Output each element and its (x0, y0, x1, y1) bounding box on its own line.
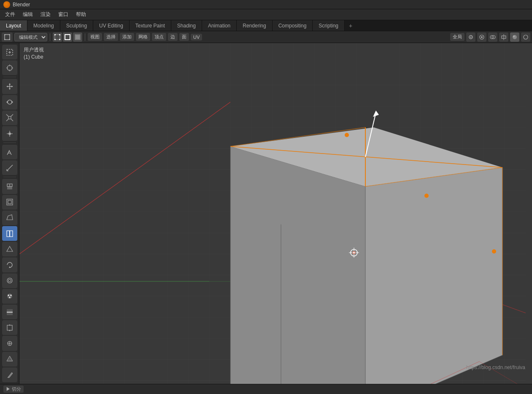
svg-point-8 (54, 39, 56, 40)
svg-marker-124 (230, 146, 365, 384)
tab-shading[interactable]: Shading (171, 20, 202, 31)
transform-tool[interactable] (2, 126, 17, 141)
svg-point-66 (8, 295, 9, 296)
svg-marker-39 (6, 101, 8, 103)
svg-point-1 (4, 34, 5, 35)
tab-scripting[interactable]: Scripting (313, 20, 345, 31)
extrude-tool[interactable] (2, 179, 17, 194)
scale-tool[interactable] (2, 111, 17, 125)
svg-point-22 (513, 35, 515, 37)
menu-window[interactable]: 窗口 (55, 10, 72, 19)
blender-logo-icon (3, 1, 10, 8)
menu-edit[interactable]: 编辑 (19, 10, 36, 19)
menu-file[interactable]: 文件 (2, 10, 19, 19)
view-menu[interactable]: 视图 (88, 33, 102, 41)
tool-separator-3 (3, 177, 16, 177)
svg-point-7 (59, 34, 60, 35)
svg-rect-54 (7, 186, 12, 189)
svg-marker-37 (11, 86, 13, 87)
add-workspace-button[interactable]: + (345, 20, 356, 31)
face-mode-btn[interactable] (73, 32, 82, 42)
cursor-tool[interactable] (2, 60, 17, 75)
uv-menu[interactable]: UV (191, 34, 202, 40)
svg-point-45 (8, 132, 11, 135)
svg-rect-0 (5, 35, 10, 40)
camera-label: 用户透视 (24, 46, 44, 54)
rip-tool[interactable] (2, 352, 17, 367)
poly-build-tool[interactable] (2, 242, 17, 256)
bevel-tool[interactable] (2, 210, 17, 225)
select-menu[interactable]: 选择 (104, 33, 118, 41)
tab-animation[interactable]: Animation (202, 20, 237, 31)
tab-compositing[interactable]: Compositing (273, 20, 313, 31)
svg-line-41 (6, 114, 8, 116)
window-title: Blender (13, 2, 30, 8)
viewport-3d[interactable]: 用户透视 (1) Cube https://blog.csdn.net/frui… (19, 43, 532, 384)
global-select[interactable]: 全局 (450, 33, 464, 41)
svg-rect-40 (8, 116, 11, 119)
randomize-tool[interactable] (2, 289, 17, 304)
menu-help[interactable]: 帮助 (73, 10, 89, 19)
move-tool[interactable] (2, 79, 17, 94)
svg-marker-35 (9, 88, 11, 90)
edge-mode-btn[interactable] (63, 32, 72, 42)
viewport-camera-info: 用户透视 (1) Cube (24, 46, 44, 61)
tab-layout[interactable]: Layout (0, 20, 27, 31)
tab-texture-paint[interactable]: Texture Paint (130, 20, 171, 31)
svg-point-9 (59, 39, 60, 40)
edge-slide-tool[interactable] (2, 305, 17, 319)
svg-line-44 (11, 119, 13, 121)
mesh-menu[interactable]: 网格 (136, 33, 150, 41)
svg-point-14 (470, 36, 472, 38)
move-tool-3[interactable] (2, 336, 17, 351)
tool-separator-2 (3, 143, 16, 143)
svg-point-131 (345, 133, 349, 137)
shrink-fatten-tool[interactable] (2, 320, 17, 335)
separator-2 (85, 33, 85, 41)
cut-mode-button[interactable]: ▶ 切分 (3, 386, 24, 393)
knife-tool[interactable] (2, 367, 17, 382)
toolbar-3d: 编辑模式 视图 选择 添加 网格 顶点 边 面 UV 全局 (0, 31, 532, 43)
select-box-tool[interactable] (2, 45, 17, 59)
annotate-tool[interactable] (2, 145, 17, 159)
vertex-mode-btn[interactable] (53, 32, 62, 42)
shading-solid-btn[interactable] (510, 32, 519, 42)
add-menu[interactable]: 添加 (120, 33, 134, 41)
rotate-tool[interactable] (2, 95, 17, 110)
mode-icon[interactable] (2, 32, 13, 42)
loop-cut-tool[interactable] (2, 226, 17, 241)
svg-rect-58 (8, 200, 11, 204)
svg-point-68 (9, 297, 10, 298)
tab-modeling[interactable]: Modeling (27, 20, 60, 31)
main-area: 用户透视 (1) Cube https://blog.csdn.net/frui… (0, 43, 532, 384)
svg-point-63 (7, 278, 12, 283)
left-toolbar (0, 43, 19, 384)
mesh-select-mode-icons (53, 32, 82, 42)
svg-point-67 (10, 295, 11, 296)
toolbar-right-group: 全局 (450, 32, 530, 42)
measure-tool[interactable] (2, 160, 17, 175)
shading-wire-btn[interactable] (521, 32, 530, 42)
tab-sculpting[interactable]: Sculpting (60, 20, 93, 31)
tab-uv-editing[interactable]: UV Editing (93, 20, 130, 31)
overlay-btn[interactable] (488, 32, 497, 42)
object-label: (1) Cube (24, 54, 44, 61)
proportional-btn[interactable] (477, 32, 486, 42)
menu-render[interactable]: 渲染 (37, 10, 54, 19)
svg-point-23 (524, 35, 528, 39)
svg-point-133 (492, 249, 496, 254)
vertex-menu[interactable]: 顶点 (152, 33, 166, 41)
inset-tool[interactable] (2, 195, 17, 210)
tool-separator-1 (3, 77, 16, 77)
cut-label: 切分 (12, 386, 21, 391)
spin-tool[interactable] (2, 257, 17, 272)
smooth-tool[interactable] (2, 273, 17, 288)
edit-mode-select[interactable]: 编辑模式 (14, 33, 47, 41)
tab-rendering[interactable]: Rendering (237, 20, 272, 31)
xray-btn[interactable] (499, 32, 508, 42)
snap-btn[interactable] (466, 32, 475, 42)
edge-menu[interactable]: 边 (168, 33, 178, 41)
svg-point-64 (8, 279, 11, 282)
svg-rect-10 (65, 35, 70, 40)
face-menu[interactable]: 面 (179, 33, 189, 41)
